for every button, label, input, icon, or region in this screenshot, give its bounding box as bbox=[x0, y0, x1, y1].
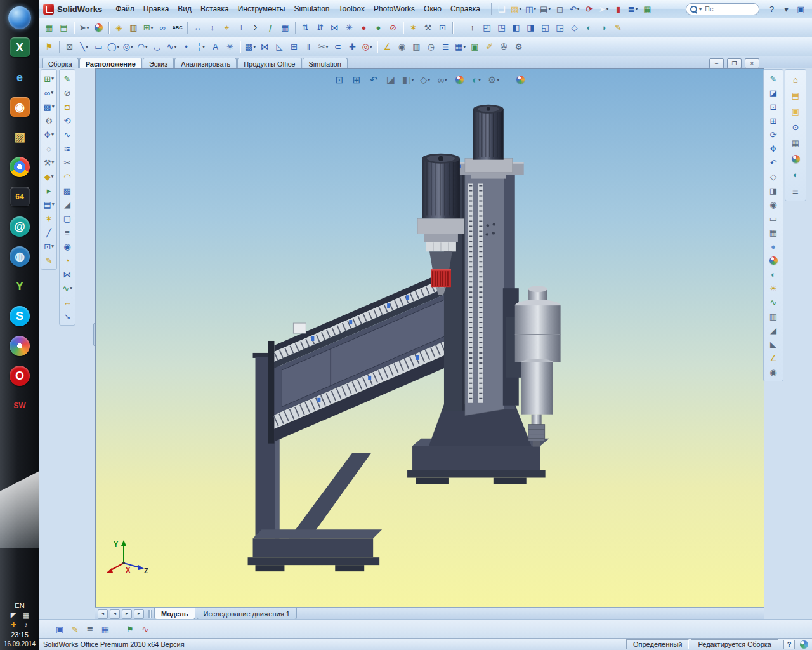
appearances-icon[interactable] bbox=[789, 152, 802, 166]
update-icon[interactable]: ✚ bbox=[8, 621, 19, 629]
menu-simulation[interactable]: Simulation bbox=[290, 3, 334, 15]
view-back-icon[interactable]: ◳ bbox=[495, 21, 508, 34]
view-palette-icon[interactable]: ▦ bbox=[789, 136, 802, 150]
view-top-icon[interactable]: ◱ bbox=[539, 21, 552, 34]
grid-icon[interactable]: ⊞ bbox=[287, 40, 301, 53]
menu-insert[interactable]: Вставка bbox=[196, 3, 233, 15]
perimeter-circle-icon[interactable]: ◎▾ bbox=[121, 40, 134, 53]
options-icon[interactable]: ≣▾ bbox=[626, 3, 639, 16]
wireframe-icon[interactable]: ▭ bbox=[766, 212, 780, 225]
hidden-lines-icon[interactable]: ▦ bbox=[766, 226, 780, 239]
doc-tab-motion-study-1[interactable]: Исследование движения 1 bbox=[197, 608, 297, 620]
appearance-red-icon[interactable]: ● bbox=[357, 21, 370, 34]
search-icon[interactable]: ⊙ bbox=[789, 120, 802, 135]
no-render-icon[interactable]: ⊘ bbox=[386, 21, 400, 34]
extrude-icon[interactable]: ◘ bbox=[60, 100, 74, 113]
relations-icon[interactable]: ⊥ bbox=[235, 21, 248, 34]
equations-icon[interactable]: ƒ bbox=[264, 21, 277, 34]
dome-icon[interactable]: ◔ bbox=[60, 254, 74, 267]
edit-appearance-icon[interactable] bbox=[452, 72, 468, 87]
smart-fasteners-icon[interactable]: ⚙ bbox=[42, 114, 56, 127]
print-icon[interactable]: ▤▾ bbox=[539, 3, 552, 16]
edit-color-icon[interactable]: ✎ bbox=[766, 72, 780, 85]
columns-icon[interactable]: ‖ bbox=[302, 40, 315, 53]
centerline-icon[interactable]: ╎▾ bbox=[194, 40, 207, 53]
mass-properties-icon[interactable]: ◉ bbox=[766, 366, 780, 378]
align-horizontal-icon[interactable]: ↔ bbox=[191, 21, 204, 34]
skype-icon[interactable]: S bbox=[0, 301, 39, 331]
spline-icon[interactable]: ∿▾ bbox=[165, 40, 178, 53]
undercut-icon[interactable]: ◣ bbox=[766, 338, 780, 350]
chrome-icon[interactable] bbox=[0, 152, 39, 182]
media-player-icon[interactable]: ◉ bbox=[0, 92, 39, 122]
show-hidden-icon[interactable]: ◌ bbox=[42, 142, 56, 155]
smart-dimension-icon[interactable]: ⌖ bbox=[220, 21, 233, 34]
select-pointer-icon[interactable]: ➤▾ bbox=[597, 3, 610, 16]
chart-icon[interactable]: ∿ bbox=[138, 622, 152, 636]
asterisk-icon[interactable]: ✳ bbox=[223, 40, 237, 53]
appearance-ball-icon[interactable] bbox=[766, 254, 780, 267]
pan-icon[interactable]: ✥ bbox=[766, 142, 780, 155]
mass-properties-icon[interactable]: ◉ bbox=[395, 40, 409, 53]
menu-file[interactable]: Файл bbox=[111, 3, 139, 15]
rebuild-icon[interactable]: ⟳ bbox=[582, 3, 596, 16]
doc-close-button[interactable]: × bbox=[745, 58, 759, 69]
curves-icon[interactable]: ∿▾ bbox=[60, 282, 74, 295]
view-settings-icon[interactable]: ⚙▾ bbox=[486, 72, 502, 87]
undo-icon[interactable]: ↶▾ bbox=[568, 3, 581, 16]
language-indicator[interactable]: EN bbox=[15, 602, 24, 609]
assembly-model[interactable] bbox=[96, 69, 764, 607]
circular-pattern-icon[interactable]: ✳ bbox=[343, 21, 356, 34]
print-preview-icon[interactable]: ◻ bbox=[553, 3, 566, 16]
status-help-button[interactable]: ? bbox=[783, 640, 795, 649]
no-external-ref-icon[interactable]: ⊘ bbox=[60, 86, 74, 99]
exploded-view-icon[interactable]: ✶ bbox=[42, 212, 56, 225]
mail-agent-icon[interactable]: @ bbox=[0, 211, 39, 241]
edit-component-icon[interactable]: ▥ bbox=[127, 21, 140, 34]
zoom-fit-icon[interactable]: ⊡ bbox=[766, 100, 780, 113]
mirror-entities-icon[interactable]: ⋈ bbox=[258, 40, 272, 53]
move-up-icon[interactable]: ⇅ bbox=[299, 21, 312, 34]
interference-detection-icon[interactable]: ⊡▾ bbox=[42, 240, 56, 253]
view-normal-icon[interactable]: ◑ bbox=[597, 21, 610, 34]
shell-icon[interactable]: ▢ bbox=[60, 212, 74, 225]
explode-line-icon[interactable]: ╱ bbox=[42, 226, 56, 239]
zoom-fit-icon[interactable]: ⊡ bbox=[332, 72, 348, 87]
open-document-icon[interactable]: ▨▾ bbox=[509, 3, 523, 16]
component-pattern-icon[interactable]: ▩▾ bbox=[42, 100, 56, 113]
tables-icon[interactable]: ▦▾ bbox=[454, 40, 467, 53]
view-bottom-icon[interactable]: ◲ bbox=[553, 21, 566, 34]
search-input[interactable] bbox=[704, 4, 745, 13]
apply-scene-icon[interactable]: ◐▾ bbox=[469, 72, 485, 87]
reference-geometry-icon[interactable]: ◆▾ bbox=[42, 170, 56, 183]
display-relations-icon[interactable]: ◎▾ bbox=[360, 40, 374, 53]
design-library-icon[interactable]: ▤ bbox=[789, 88, 802, 103]
expand-right-2-icon[interactable]: ▸ bbox=[134, 609, 144, 619]
align-vertical-icon[interactable]: ↕ bbox=[206, 21, 219, 34]
view-orientation-icon[interactable]: ◧▾ bbox=[400, 72, 416, 87]
appearance-green-icon[interactable]: ● bbox=[372, 21, 385, 34]
up-axis-icon[interactable]: ↑ bbox=[466, 21, 479, 34]
mate-icon[interactable]: ∞▾ bbox=[42, 86, 56, 99]
tangent-arc-icon[interactable]: ◡ bbox=[150, 40, 164, 53]
scene-icon[interactable]: ◐ bbox=[766, 268, 780, 281]
design-table-icon[interactable]: ▦ bbox=[278, 21, 292, 34]
graphics-area[interactable]: ⊡⊞↶◪◧▾◇▾∞▾◐▾⚙▾ Y X Z bbox=[95, 68, 764, 608]
menu-window[interactable]: Окно bbox=[419, 3, 446, 15]
measure-icon[interactable]: ∠ bbox=[381, 40, 394, 53]
mirror-components-icon[interactable]: ⋈ bbox=[328, 21, 341, 34]
pattern-icon[interactable]: ▩ bbox=[60, 184, 74, 197]
menu-photoworks[interactable]: PhotoWorks bbox=[369, 3, 419, 15]
collapse-left-icon[interactable]: ◂ bbox=[98, 609, 108, 619]
resources-home-icon[interactable]: ⌂ bbox=[789, 72, 802, 87]
menu-help[interactable]: Справка bbox=[446, 3, 485, 15]
arc-icon[interactable]: ◠▾ bbox=[136, 40, 149, 53]
exploded-view-icon[interactable]: ✶ bbox=[407, 21, 420, 34]
opera-icon[interactable]: O bbox=[0, 361, 39, 390]
doc-minimize-button[interactable]: – bbox=[709, 58, 724, 69]
hide-show-icon[interactable]: ∞▾ bbox=[435, 72, 450, 87]
folder-icon[interactable]: ▨ bbox=[0, 122, 39, 152]
curvature-icon[interactable]: ∿ bbox=[766, 296, 780, 308]
start-button[interactable] bbox=[0, 3, 39, 32]
sensor-icon[interactable]: ◷ bbox=[424, 40, 438, 53]
